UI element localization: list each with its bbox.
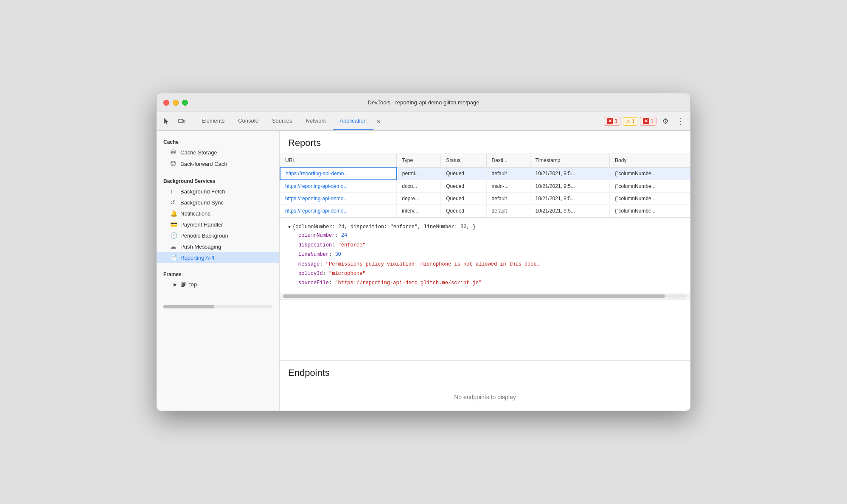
- no-endpoints-message: No endpoints to display: [280, 384, 690, 411]
- cache-section-title: Cache: [157, 136, 279, 147]
- cell-url: https://reporting-api-demo...: [280, 180, 397, 193]
- tab-elements[interactable]: Elements: [195, 112, 231, 130]
- more-tabs-button[interactable]: »: [373, 112, 384, 130]
- notifications-icon: 🔔: [170, 210, 177, 217]
- frame-folder-icon: 🗐: [180, 281, 186, 288]
- payment-handler-label: Payment Handler: [180, 221, 223, 228]
- reports-table-container: URL Type Status Desti... Timestamp Body …: [280, 154, 690, 217]
- cell-dest: default: [486, 167, 530, 180]
- reports-title: Reports: [280, 131, 690, 154]
- svg-rect-0: [179, 119, 183, 123]
- cell-dest: default: [486, 205, 530, 217]
- frames-item-top[interactable]: ▶ 🗐 top: [157, 279, 279, 290]
- error-count2-badge[interactable]: ✕ 1: [640, 117, 656, 126]
- sidebar: Cache Cache Storage: [157, 131, 280, 411]
- tab-console[interactable]: Console: [231, 112, 265, 130]
- cell-timestamp: 10/21/2021, 9:5...: [530, 193, 610, 205]
- tab-sources[interactable]: Sources: [265, 112, 299, 130]
- tab-network[interactable]: Network: [299, 112, 333, 130]
- sidebar-item-bg-sync[interactable]: ↺ Background Sync: [157, 197, 279, 208]
- cursor-icon[interactable]: [160, 115, 173, 127]
- maximize-button[interactable]: [182, 100, 188, 106]
- bg-fetch-icon: ↕: [170, 188, 177, 195]
- cell-timestamp: 10/21/2021, 9:5...: [530, 167, 610, 180]
- cell-status: Queued: [441, 180, 486, 193]
- error-icon2: ✕: [643, 118, 649, 124]
- cell-type: interv...: [397, 205, 441, 217]
- prop-policy-id: policyId: "microphone": [298, 269, 682, 278]
- minimize-button[interactable]: [173, 100, 179, 106]
- detail-panel: ▼ {columnNumber: 24, disposition: "enfor…: [280, 217, 690, 293]
- more-options-button[interactable]: ⋮: [674, 115, 687, 127]
- cell-type: docu...: [397, 180, 441, 193]
- main-content: Cache Cache Storage: [157, 131, 690, 411]
- col-url: URL: [280, 154, 397, 167]
- cell-timestamp: 10/21/2021, 9:5...: [530, 205, 610, 217]
- titlebar: DevTools - reporting-api-demo.glitch.me/…: [157, 93, 690, 112]
- cell-body: {"columnNumbe...: [610, 167, 690, 180]
- frame-top-label: top: [189, 281, 197, 288]
- cell-status: Queued: [441, 167, 486, 180]
- tab-application[interactable]: Application: [333, 112, 373, 130]
- cell-body: {"columnNumbe...: [610, 193, 690, 205]
- prop-line-number: lineNumber: 30: [298, 250, 682, 259]
- cell-timestamp: 10/21/2021, 9:5...: [530, 180, 610, 193]
- back-forward-icon: [170, 160, 177, 168]
- bg-services-section-title: Background Services: [157, 175, 279, 186]
- bg-sync-icon: ↺: [170, 199, 177, 206]
- table-row[interactable]: https://reporting-api-demo...permi...Que…: [280, 167, 690, 180]
- prop-column-number: columnNumber: 24: [298, 231, 682, 240]
- reporting-api-icon: 📄: [170, 254, 177, 261]
- col-timestamp: Timestamp: [530, 154, 610, 167]
- periodic-bg-label: Periodic Backgroun: [180, 232, 228, 239]
- detail-props: columnNumber: 24 disposition: "enforce" …: [288, 231, 682, 287]
- window-title: DevTools - reporting-api-demo.glitch.me/…: [367, 99, 479, 106]
- prop-message: message: "Permissions policy violation: …: [298, 260, 682, 269]
- cell-dest: default: [486, 193, 530, 205]
- device-icon[interactable]: [175, 115, 188, 127]
- error-count-badge[interactable]: ✕ 3: [604, 117, 620, 126]
- detail-summary[interactable]: ▼ {columnNumber: 24, disposition: "enfor…: [288, 223, 682, 231]
- error-count2: 1: [651, 118, 653, 124]
- close-button[interactable]: [163, 100, 169, 106]
- cell-url: https://reporting-api-demo...: [280, 193, 397, 205]
- cell-type: permi...: [397, 167, 441, 180]
- cache-storage-icon: [170, 149, 177, 156]
- error-count: 3: [614, 118, 617, 124]
- sidebar-item-bg-fetch[interactable]: ↕ Background Fetch: [157, 186, 279, 197]
- cell-dest: main-...: [486, 180, 530, 193]
- col-status: Status: [441, 154, 486, 167]
- sidebar-item-notifications[interactable]: 🔔 Notifications: [157, 208, 279, 219]
- col-type: Type: [397, 154, 441, 167]
- prop-source-file: sourceFile: "https://reporting-api-demo.…: [298, 279, 682, 287]
- frames-section-title: Frames: [157, 268, 279, 279]
- sidebar-item-cache-storage[interactable]: Cache Storage: [157, 147, 279, 158]
- sidebar-scrollbar[interactable]: [163, 305, 272, 308]
- toolbar-right: ✕ 3 ⚠ 1 ✕ 1 ⚙ ⋮: [604, 115, 687, 127]
- sidebar-item-payment-handler[interactable]: 💳 Payment Handler: [157, 219, 279, 230]
- svg-point-4: [171, 161, 175, 163]
- sidebar-item-periodic-bg[interactable]: 🕐 Periodic Backgroun: [157, 230, 279, 241]
- warning-count-badge[interactable]: ⚠ 1: [623, 117, 638, 126]
- table-row[interactable]: https://reporting-api-demo...depre...Que…: [280, 193, 690, 205]
- error-icon: ✕: [607, 118, 613, 124]
- svg-rect-1: [183, 120, 185, 122]
- settings-button[interactable]: ⚙: [659, 115, 672, 127]
- reports-table: URL Type Status Desti... Timestamp Body …: [280, 154, 690, 217]
- periodic-bg-icon: 🕐: [170, 232, 177, 239]
- cell-type: depre...: [397, 193, 441, 205]
- table-row[interactable]: https://reporting-api-demo...docu...Queu…: [280, 180, 690, 193]
- cell-body: {"columnNumbe...: [610, 180, 690, 193]
- notifications-label: Notifications: [180, 210, 210, 217]
- frame-expand-icon: ▶: [174, 282, 177, 287]
- table-header-row: URL Type Status Desti... Timestamp Body: [280, 154, 690, 167]
- horizontal-scrollbar[interactable]: [280, 293, 690, 300]
- warning-icon: ⚠: [626, 118, 631, 124]
- cell-status: Queued: [441, 205, 486, 217]
- sidebar-item-reporting-api[interactable]: 📄 Reporting API: [157, 252, 279, 263]
- tabs-bar: Elements Console Sources Network Applica…: [195, 112, 602, 130]
- table-row[interactable]: https://reporting-api-demo...interv...Qu…: [280, 205, 690, 217]
- sidebar-item-push-messaging[interactable]: ☁ Push Messaging: [157, 241, 279, 252]
- traffic-lights: [163, 100, 188, 106]
- sidebar-item-back-forward[interactable]: Back-forward Cach: [157, 158, 279, 170]
